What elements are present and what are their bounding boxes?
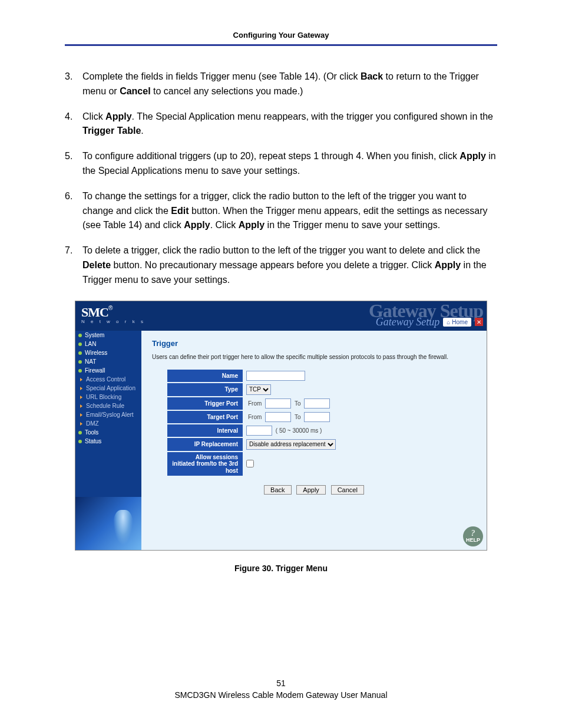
nav-schedule-rule[interactable]: Schedule Rule xyxy=(75,401,141,410)
interval-hint: ( 50 ~ 30000 ms ) xyxy=(274,427,324,434)
nav-system[interactable]: System xyxy=(75,331,141,340)
page-footer: 51 SMCD3GN Wireless Cable Modem Gateway … xyxy=(0,678,562,700)
target-from-input[interactable] xyxy=(265,412,291,422)
label-target-port: Target Port xyxy=(167,411,243,423)
help-label: HELP xyxy=(466,537,480,543)
banner-subbar: Gateway Setup ⌂ Home ✕ xyxy=(376,316,483,328)
logo-text: SMC xyxy=(81,305,108,319)
instruction-step: 3.Complete the fields in fields Trigger … xyxy=(65,70,497,99)
to-label-2: To xyxy=(293,414,303,420)
instruction-step: 4.Click Apply. The Special Application m… xyxy=(65,110,497,139)
nav-access-control[interactable]: Access Control xyxy=(75,375,141,384)
nav-email-syslog-alert[interactable]: Email/Syslog Alert xyxy=(75,410,141,419)
step-text: To configure additional triggers (up to … xyxy=(82,151,496,176)
label-ip-replacement: IP Replacement xyxy=(167,438,243,451)
home-icon: ⌂ xyxy=(447,319,450,325)
allow-sessions-checkbox[interactable] xyxy=(246,460,254,467)
instruction-step: 5.To configure additional triggers (up t… xyxy=(65,149,497,179)
trigger-form: Name Type TCP Trigger P xyxy=(167,368,339,477)
nav-firewall[interactable]: Firewall xyxy=(75,366,141,375)
help-button[interactable]: ? HELP xyxy=(463,526,483,546)
step-number: 5. xyxy=(65,149,72,164)
logo-reg: ® xyxy=(108,305,113,311)
cancel-button[interactable]: Cancel xyxy=(331,485,364,495)
step-text: To delete a trigger, click the radio but… xyxy=(82,245,487,285)
step-text: Click Apply. The Special Application men… xyxy=(82,111,493,136)
footer-text: SMCD3GN Wireless Cable Modem Gateway Use… xyxy=(0,690,562,700)
step-text: To change the settings for a trigger, cl… xyxy=(82,191,488,230)
header-rule xyxy=(65,44,497,46)
type-select[interactable]: TCP xyxy=(246,384,271,395)
content-title: Trigger xyxy=(152,339,476,348)
label-interval: Interval xyxy=(167,424,243,437)
step-number: 3. xyxy=(65,70,72,84)
nav-special-application[interactable]: Special Application xyxy=(75,384,141,393)
step-text: Complete the fields in fields Trigger me… xyxy=(82,71,479,96)
ip-replacement-select[interactable]: Disable address replacement xyxy=(246,439,336,450)
content-description: Users can define their port trigger here… xyxy=(152,354,476,360)
help-icon: ? xyxy=(471,530,475,537)
step-number: 6. xyxy=(65,189,72,204)
name-input[interactable] xyxy=(246,371,305,381)
nav-status[interactable]: Status xyxy=(75,437,141,446)
figure-caption: Figure 30. Trigger Menu xyxy=(65,564,497,573)
to-label-1: To xyxy=(293,400,303,407)
label-name: Name xyxy=(167,370,243,382)
sidebar-decor-image xyxy=(75,497,141,550)
ui-banner: SMC® N e t w o r k s Gateway Setup Gatew… xyxy=(75,301,487,331)
nav-lan[interactable]: LAN xyxy=(75,340,141,348)
logo-subtext: N e t w o r k s xyxy=(81,319,146,324)
smc-logo: SMC® N e t w o r k s xyxy=(81,305,146,324)
instruction-step: 7.To delete a trigger, click the radio b… xyxy=(65,243,497,287)
back-button[interactable]: Back xyxy=(264,485,291,495)
label-allow-sessions: Allow sessions initiated from/to the 3rd… xyxy=(167,452,243,476)
nav-tools[interactable]: Tools xyxy=(75,428,141,437)
button-row: Back Apply Cancel xyxy=(152,485,476,495)
from-label-1: From xyxy=(246,400,263,407)
target-to-input[interactable] xyxy=(304,412,330,422)
trigger-to-input[interactable] xyxy=(304,398,330,409)
router-ui-figure: SMC® N e t w o r k s Gateway Setup Gatew… xyxy=(75,301,487,551)
trigger-from-input[interactable] xyxy=(265,398,291,409)
content-pane: Trigger Users can define their port trig… xyxy=(141,331,487,550)
apply-button[interactable]: Apply xyxy=(296,485,326,495)
home-button[interactable]: ⌂ Home xyxy=(443,318,471,327)
nav-dmz[interactable]: DMZ xyxy=(75,419,141,428)
nav-nat[interactable]: NAT xyxy=(75,357,141,366)
page-number: 51 xyxy=(0,678,562,688)
label-trigger-port: Trigger Port xyxy=(167,397,243,410)
label-type: Type xyxy=(167,383,243,396)
step-number: 4. xyxy=(65,110,72,124)
nav-wireless[interactable]: Wireless xyxy=(75,348,141,357)
instruction-step: 6.To change the settings for a trigger, … xyxy=(65,189,497,233)
nav-url-blocking[interactable]: URL Blocking xyxy=(75,393,141,401)
breadcrumb: Gateway Setup xyxy=(376,316,439,328)
from-label-2: From xyxy=(246,414,263,420)
running-header: Configuring Your Gateway xyxy=(65,24,497,44)
sidebar: SystemLANWirelessNATFirewallAccess Contr… xyxy=(75,331,141,550)
logout-button[interactable]: ✕ xyxy=(475,318,483,326)
step-number: 7. xyxy=(65,243,72,258)
interval-input[interactable] xyxy=(246,426,272,436)
instruction-list: 3.Complete the fields in fields Trigger … xyxy=(65,70,497,288)
home-label: Home xyxy=(452,319,468,325)
